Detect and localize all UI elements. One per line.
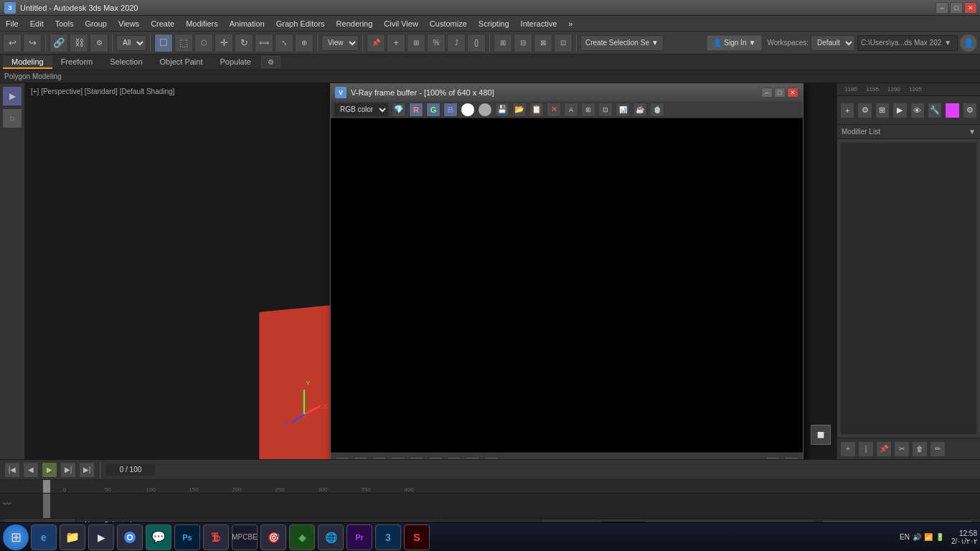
vray-stop-btn[interactable]: ⚙ (354, 456, 368, 460)
taskbar-mpcbe[interactable]: MPCBE (232, 524, 258, 550)
taskbar-whatsapp[interactable]: 💬 (146, 524, 171, 550)
vray-minimize-btn[interactable]: – (761, 88, 773, 98)
motion-icon[interactable]: ▶ (892, 103, 907, 118)
vray-play-btn[interactable]: ▶ (335, 456, 349, 460)
snap-button[interactable]: ⤴ (447, 34, 466, 52)
taskbar-explorer[interactable]: 📁 (60, 524, 85, 550)
frame-counter-input[interactable] (105, 463, 156, 476)
tl-next-btn[interactable]: ▶| (60, 462, 76, 478)
menu-graph-editors[interactable]: Graph Editors (270, 16, 331, 31)
vray-settings-btn[interactable]: ⊞ (372, 456, 387, 460)
vray-h-btn[interactable]: H (447, 456, 461, 460)
grid2-button[interactable]: ⊟ (514, 34, 532, 52)
tab-modeling[interactable]: Modeling (3, 56, 52, 69)
vray-close-btn[interactable]: ✕ (787, 88, 798, 98)
channel-r-btn[interactable]: R (409, 103, 423, 117)
channel-extra-btn[interactable]: 🍵 (650, 103, 664, 117)
channel-stereo-btn[interactable]: ⊞ (581, 103, 595, 117)
menu-modifiers[interactable]: Modifiers (180, 16, 224, 31)
maximize-button[interactable]: □ (950, 2, 963, 14)
channel-hist-btn[interactable]: 📊 (616, 103, 630, 117)
animation-strip[interactable]: 〰 (0, 493, 980, 518)
sign-in-button[interactable]: 👤 Sign In ▼ (707, 35, 762, 51)
undo-button[interactable]: ↩ (3, 34, 22, 52)
taskbar-chrome[interactable] (117, 524, 143, 550)
mod-edit-btn[interactable]: ✏ (930, 441, 946, 457)
mod-add-btn[interactable]: + (840, 441, 856, 457)
channel-select[interactable]: RGB color (334, 103, 389, 117)
grid3-button[interactable]: ⊠ (534, 34, 552, 52)
taskbar-web[interactable]: 🌐 (318, 524, 344, 550)
taskbar-winzip[interactable]: 🗜 (203, 524, 229, 550)
channel-b-btn[interactable]: B (443, 103, 458, 117)
lasso-select-button[interactable]: ⬡ (194, 34, 213, 52)
menu-tools[interactable]: Tools (50, 16, 80, 31)
hierarchy-icon[interactable]: ⊞ (875, 103, 890, 118)
extra-settings-btn[interactable]: ⚙ (261, 56, 281, 68)
menu-customize[interactable]: Customize (424, 16, 473, 31)
mod-del-btn[interactable]: 🗑 (912, 441, 928, 457)
create-icon[interactable]: + (840, 103, 854, 118)
menu-animation[interactable]: Animation (224, 16, 270, 31)
channel-g-btn[interactable]: G (426, 103, 440, 117)
vray-bar-btn[interactable]: ▮▯ (466, 456, 480, 460)
scale-button[interactable]: ⤡ (275, 34, 293, 52)
taskbar-tablet[interactable]: ◆ (289, 524, 315, 550)
network-icon[interactable]: 📶 (924, 533, 933, 541)
tab-selection[interactable]: Selection (101, 56, 151, 69)
utils-icon[interactable]: 🔧 (928, 103, 942, 118)
mirror2-button[interactable]: {} (467, 34, 486, 52)
create-selection-set-button[interactable]: Create Selection Se ▼ (580, 35, 664, 51)
channel-gem-btn[interactable]: 💎 (392, 103, 406, 117)
view-cube-button[interactable]: □ (2, 108, 22, 128)
grid-button[interactable]: ⊞ (494, 34, 512, 52)
start-button[interactable]: ⊞ (3, 524, 29, 550)
grid4-button[interactable]: ⊡ (554, 34, 573, 52)
menu-edit[interactable]: Edit (24, 16, 50, 31)
mirror-button[interactable]: ⟺ (255, 34, 273, 52)
volume-icon[interactable]: 🔊 (913, 533, 921, 541)
unlink-button[interactable]: ⛓ (70, 34, 88, 52)
menu-scripting[interactable]: Scripting (473, 16, 515, 31)
taskbar-antivirus[interactable]: S (404, 524, 430, 550)
taskbar-media[interactable]: ▶ (88, 524, 114, 550)
anim-time-marker[interactable] (43, 494, 50, 518)
channel-copy-btn[interactable]: 📋 (529, 103, 544, 117)
plus-button[interactable]: + (387, 34, 405, 52)
play-button[interactable]: ▶ (2, 86, 22, 106)
channel-tea-btn[interactable]: ☕ (633, 103, 647, 117)
menu-create[interactable]: Create (145, 16, 180, 31)
align-button[interactable]: ⊞ (407, 34, 425, 52)
channel-clear-btn[interactable]: ✕ (547, 103, 561, 117)
system-clock[interactable]: 12:58 2/٠١/٢٠٢ (951, 529, 977, 545)
mod-cut-btn[interactable]: ✂ (894, 441, 910, 457)
vray-collapse-btn[interactable]: ▼ (784, 456, 798, 460)
vray-bar2-btn[interactable]: ▮▮ (484, 456, 499, 460)
close-button[interactable]: ✕ (964, 2, 977, 14)
tl-prev-btn[interactable]: ◀ (23, 462, 39, 478)
channel-pixel-btn[interactable]: ⊡ (598, 103, 613, 117)
vray-expand-btn[interactable]: ⊞ (765, 456, 780, 460)
time-marker[interactable] (43, 480, 50, 493)
channel-folder-btn[interactable]: 📂 (512, 103, 527, 117)
percent-button[interactable]: % (427, 34, 446, 52)
menu-expand[interactable]: » (562, 16, 578, 31)
taskbar-premiere[interactable]: Pr (347, 524, 372, 550)
modifier-icon[interactable]: ⚙ (857, 103, 872, 118)
select-region-button[interactable]: ⬚ (174, 34, 193, 52)
channel-save-btn[interactable]: 💾 (495, 103, 509, 117)
material-color-swatch[interactable] (945, 103, 959, 118)
channel-a-btn[interactable]: A (564, 103, 578, 117)
rotate-button[interactable]: ↻ (235, 34, 253, 52)
redo-button[interactable]: ↪ (23, 34, 42, 52)
menu-group[interactable]: Group (79, 16, 113, 31)
taskbar-ie[interactable]: e (31, 524, 57, 550)
mod-pipe-btn[interactable]: | (858, 441, 874, 457)
taskbar-photoshop[interactable]: Ps (174, 524, 200, 550)
menu-views[interactable]: Views (113, 16, 145, 31)
vray-restore-btn[interactable]: □ (774, 88, 786, 98)
minimize-button[interactable]: – (936, 2, 948, 14)
pin-button[interactable]: 📌 (367, 34, 385, 52)
menu-interactive[interactable]: Interactive (515, 16, 563, 31)
tab-populate[interactable]: Populate (211, 56, 259, 69)
